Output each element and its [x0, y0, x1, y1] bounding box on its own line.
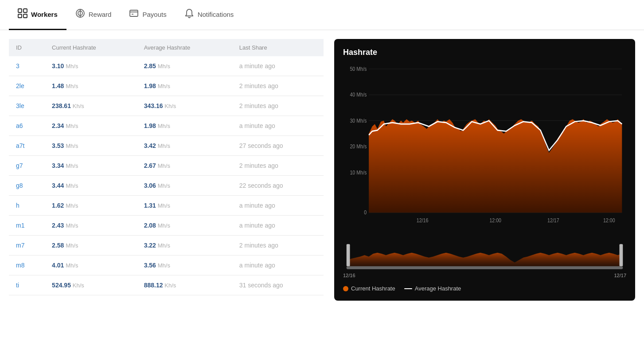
cell-id[interactable]: m8	[9, 255, 45, 275]
cell-avg-hashrate: 2.67 Mh/s	[137, 156, 232, 176]
table-header: ID Current Hashrate Average Hashrate Las…	[9, 39, 324, 56]
cell-last-share: 2 minutes ago	[232, 156, 324, 176]
col-current-hashrate: Current Hashrate	[45, 39, 137, 56]
cell-last-share: 2 minutes ago	[232, 236, 324, 255]
cell-id[interactable]: a6	[9, 116, 45, 136]
nav-workers-label: Workers	[31, 11, 58, 18]
svg-rect-0	[18, 9, 22, 12]
table-row: 3le 238.61 Kh/s 343.16 Kh/s 2 minutes ag…	[9, 96, 324, 116]
main-content: ID Current Hashrate Average Hashrate Las…	[0, 30, 644, 310]
nav-label-right: 12/17	[614, 273, 626, 278]
cell-id[interactable]: g8	[9, 176, 45, 196]
cell-id[interactable]: m7	[9, 236, 45, 255]
cell-current-hashrate: 2.58 Mh/s	[45, 236, 137, 255]
cell-last-share: 22 seconds ago	[232, 176, 324, 196]
chart-legend: Current Hashrate Average Hashrate	[343, 285, 626, 292]
cell-last-share: 27 seconds ago	[232, 136, 324, 156]
navigator-labels: 12/16 12/17	[343, 271, 626, 280]
svg-marker-27	[347, 253, 622, 267]
cell-id[interactable]: 2le	[9, 76, 45, 96]
cell-last-share: a minute ago	[232, 216, 324, 236]
cell-id[interactable]: 3le	[9, 96, 45, 116]
cell-last-share: a minute ago	[232, 116, 324, 136]
svg-text:10 Mh/s: 10 Mh/s	[350, 170, 367, 175]
svg-rect-3	[23, 14, 27, 18]
workers-table: ID Current Hashrate Average Hashrate Las…	[9, 39, 324, 295]
table-row: m1 2.43 Mh/s 2.08 Mh/s a minute ago	[9, 216, 324, 236]
svg-rect-29	[620, 244, 623, 266]
col-id: ID	[9, 39, 45, 56]
legend-average: Average Hashrate	[404, 285, 461, 292]
table-row: m7 2.58 Mh/s 3.22 Mh/s 2 minutes ago	[9, 236, 324, 255]
svg-rect-28	[347, 244, 350, 266]
cell-current-hashrate: 2.43 Mh/s	[45, 216, 137, 236]
cell-last-share: 2 minutes ago	[232, 96, 324, 116]
cell-avg-hashrate: 1.31 Mh/s	[137, 196, 232, 216]
main-nav: Workers Reward Payouts Not	[0, 0, 644, 30]
cell-current-hashrate: 238.61 Kh/s	[45, 96, 137, 116]
cell-last-share: 2 minutes ago	[232, 76, 324, 96]
table-row: g8 3.44 Mh/s 3.06 Mh/s 22 seconds ago	[9, 176, 324, 196]
cell-id[interactable]: m1	[9, 216, 45, 236]
legend-current: Current Hashrate	[343, 285, 395, 292]
cell-id[interactable]: a7t	[9, 136, 45, 156]
cell-id[interactable]: g7	[9, 156, 45, 176]
cell-avg-hashrate: 3.56 Mh/s	[137, 255, 232, 275]
cell-avg-hashrate: 2.08 Mh/s	[137, 216, 232, 236]
chart-title: Hashrate	[343, 48, 626, 57]
cell-id[interactable]: 3	[9, 56, 45, 76]
cell-id[interactable]: ti	[9, 275, 45, 295]
svg-text:50 Mh/s: 50 Mh/s	[350, 66, 367, 72]
table-body: 3 3.10 Mh/s 2.85 Mh/s a minute ago 2le 1…	[9, 56, 324, 295]
cell-avg-hashrate: 343.16 Kh/s	[137, 96, 232, 116]
table-row: 2le 1.48 Mh/s 1.98 Mh/s 2 minutes ago	[9, 76, 324, 96]
nav-payouts[interactable]: Payouts	[120, 0, 175, 30]
svg-rect-30	[347, 266, 623, 269]
nav-reward-label: Reward	[89, 11, 112, 18]
table-row: ti 524.95 Kh/s 888.12 Kh/s 31 seconds ag…	[9, 275, 324, 295]
hashrate-chart: Hashrate 50 Mh/s 40 Mh/s	[334, 39, 635, 301]
svg-text:12/16: 12/16	[417, 217, 429, 223]
cell-current-hashrate: 3.53 Mh/s	[45, 136, 137, 156]
cell-last-share: 31 seconds ago	[232, 275, 324, 295]
svg-marker-22	[369, 119, 622, 213]
cell-avg-hashrate: 3.42 Mh/s	[137, 136, 232, 156]
svg-text:0: 0	[364, 210, 367, 216]
cell-avg-hashrate: 888.12 Kh/s	[137, 275, 232, 295]
svg-text:12/17: 12/17	[547, 217, 559, 223]
cell-current-hashrate: 3.44 Mh/s	[45, 176, 137, 196]
cell-current-hashrate: 1.62 Mh/s	[45, 196, 137, 216]
cell-avg-hashrate: 3.22 Mh/s	[137, 236, 232, 255]
cell-current-hashrate: 4.01 Mh/s	[45, 255, 137, 275]
chart-navigator[interactable]: 12/16 12/17	[343, 243, 626, 280]
nav-workers[interactable]: Workers	[9, 0, 66, 30]
svg-rect-1	[23, 9, 27, 12]
cell-avg-hashrate: 3.06 Mh/s	[137, 176, 232, 196]
table-row: a7t 3.53 Mh/s 3.42 Mh/s 27 seconds ago	[9, 136, 324, 156]
nav-reward[interactable]: Reward	[66, 0, 121, 30]
table-row: 3 3.10 Mh/s 2.85 Mh/s a minute ago	[9, 56, 324, 76]
cell-current-hashrate: 524.95 Kh/s	[45, 275, 137, 295]
cell-last-share: a minute ago	[232, 196, 324, 216]
cell-id[interactable]: h	[9, 196, 45, 216]
col-avg-hashrate: Average Hashrate	[137, 39, 232, 56]
cell-avg-hashrate: 2.85 Mh/s	[137, 56, 232, 76]
svg-text:40 Mh/s: 40 Mh/s	[350, 92, 367, 98]
reward-icon	[75, 8, 85, 20]
cell-avg-hashrate: 1.98 Mh/s	[137, 116, 232, 136]
svg-text:20 Mh/s: 20 Mh/s	[350, 144, 367, 150]
table-row: m8 4.01 Mh/s 3.56 Mh/s a minute ago	[9, 255, 324, 275]
nav-notifications[interactable]: Notifications	[176, 0, 243, 30]
table-row: h 1.62 Mh/s 1.31 Mh/s a minute ago	[9, 196, 324, 216]
navigator-svg	[343, 243, 626, 270]
table-row: a6 2.34 Mh/s 1.98 Mh/s a minute ago	[9, 116, 324, 136]
svg-rect-7	[130, 10, 138, 16]
legend-current-label: Current Hashrate	[351, 285, 395, 292]
cell-current-hashrate: 2.34 Mh/s	[45, 116, 137, 136]
legend-current-dot	[343, 286, 348, 291]
svg-text:12:00: 12:00	[603, 217, 615, 223]
cell-avg-hashrate: 1.98 Mh/s	[137, 76, 232, 96]
cell-last-share: a minute ago	[232, 56, 324, 76]
svg-text:30 Mh/s: 30 Mh/s	[350, 118, 367, 124]
nav-payouts-label: Payouts	[142, 11, 166, 18]
